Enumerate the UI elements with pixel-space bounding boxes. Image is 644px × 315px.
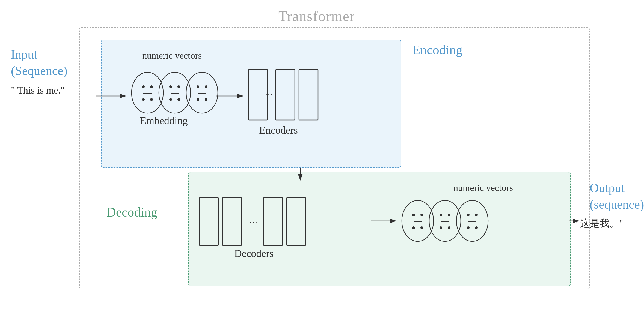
svg-point-17	[177, 98, 180, 101]
svg-point-16	[169, 98, 172, 101]
svg-point-13	[169, 85, 172, 88]
svg-point-23	[205, 98, 207, 101]
svg-point-50	[456, 200, 488, 241]
svg-point-52	[475, 214, 478, 216]
svg-point-11	[150, 98, 153, 101]
svg-point-44	[429, 200, 461, 241]
svg-point-20	[205, 85, 207, 88]
svg-point-45	[440, 214, 442, 216]
svg-rect-32	[222, 198, 242, 245]
svg-point-18	[186, 72, 218, 113]
svg-point-8	[150, 85, 153, 88]
svg-point-7	[142, 85, 145, 88]
svg-text:Encoders: Encoders	[259, 124, 298, 136]
svg-rect-35	[287, 198, 306, 245]
svg-point-55	[475, 226, 478, 229]
svg-point-19	[197, 85, 199, 88]
svg-text:numeric vectors: numeric vectors	[453, 183, 513, 193]
svg-point-39	[412, 214, 415, 216]
svg-point-46	[448, 214, 450, 216]
svg-rect-34	[263, 198, 283, 245]
svg-rect-31	[199, 198, 218, 245]
svg-point-40	[420, 214, 423, 216]
svg-text:numeric vectors: numeric vectors	[142, 50, 202, 61]
svg-point-54	[467, 226, 470, 229]
svg-point-49	[448, 226, 450, 229]
svg-rect-29	[299, 70, 318, 120]
svg-point-43	[420, 226, 423, 229]
svg-point-6	[132, 72, 163, 113]
svg-point-22	[197, 98, 199, 101]
svg-point-38	[402, 200, 434, 241]
svg-point-14	[177, 85, 180, 88]
svg-rect-28	[276, 70, 295, 120]
svg-point-48	[440, 226, 442, 229]
svg-text:Embedding: Embedding	[140, 115, 188, 126]
svg-text:Decoders: Decoders	[234, 248, 273, 259]
svg-text:···: ···	[265, 89, 273, 100]
svg-text:···: ···	[249, 216, 257, 227]
svg-point-51	[467, 214, 470, 216]
diagram-svg: Embedding numeric vectors ··· Encoders ·…	[0, 0, 644, 315]
svg-point-12	[159, 72, 191, 113]
diagram-container: Transformer Encoding Decoding Input (Seq…	[0, 0, 644, 315]
svg-point-10	[142, 98, 145, 101]
svg-point-42	[412, 226, 415, 229]
